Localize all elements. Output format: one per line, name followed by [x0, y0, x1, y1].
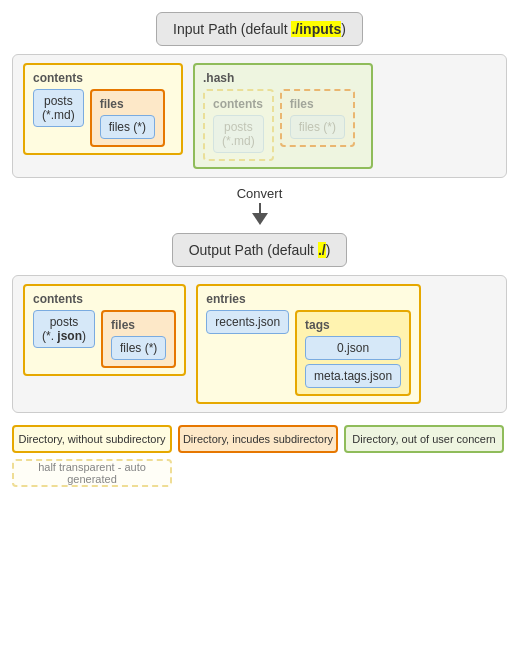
input-posts-label: posts	[42, 94, 75, 108]
input-files-box: files files (*)	[90, 89, 165, 147]
hash-files-label: files	[290, 97, 345, 111]
convert-label: Convert	[237, 186, 283, 201]
output-files-item: files (*)	[111, 336, 166, 360]
output-contents-box: contents posts (*. json) files files (*)	[23, 284, 186, 376]
output-recents-item: recents.json	[206, 310, 289, 334]
input-contents-box: contents posts (*.md) files files (*)	[23, 63, 183, 155]
output-path-suffix: )	[326, 242, 331, 258]
output-tags-items: 0.json meta.tags.json	[305, 336, 401, 388]
output-posts-item: posts (*. json)	[33, 310, 95, 348]
output-meta-label: meta.tags.json	[314, 369, 392, 383]
output-entries-label: entries	[206, 292, 411, 306]
output-path-label: Output Path (default	[189, 242, 318, 258]
output-tags-label: tags	[305, 318, 401, 332]
output-tags-subbox: tags 0.json meta.tags.json	[295, 310, 411, 396]
input-section: contents posts (*.md) files files (*) .h…	[12, 54, 507, 178]
output-recents-label: recents.json	[215, 315, 280, 329]
hash-box: .hash contents posts (*.md) files files …	[193, 63, 373, 169]
output-entries-inner: recents.json tags 0.json meta.tags.json	[206, 310, 411, 396]
input-posts-item: posts (*.md)	[33, 89, 84, 127]
input-path-box: Input Path (default ./inputs)	[156, 12, 363, 46]
input-files-sub: files (*)	[109, 120, 146, 134]
output-json-item: 0.json	[305, 336, 401, 360]
arrow-shaft	[259, 203, 261, 213]
legend-orange-label: Directory, incudes subdirectory	[183, 433, 333, 445]
output-meta-item: meta.tags.json	[305, 364, 401, 388]
convert-section: Convert	[12, 186, 507, 225]
input-contents-label: contents	[33, 71, 173, 85]
input-path-section: Input Path (default ./inputs)	[12, 12, 507, 46]
legend-orange-box: Directory, incudes subdirectory	[178, 425, 338, 453]
output-path-section: Output Path (default ./)	[12, 233, 507, 267]
input-path-value: ./inputs	[291, 21, 341, 37]
output-entries-box: entries recents.json tags 0.json meta.ta…	[196, 284, 421, 404]
hash-inner: contents posts (*.md) files files (*)	[203, 89, 363, 161]
legend-yellow-box: Directory, without subdirectory	[12, 425, 172, 453]
hash-files-item: files (*)	[290, 115, 345, 139]
legend-dashed-label: half transparent - auto generated	[14, 461, 170, 485]
input-files-label: files	[100, 97, 155, 111]
input-path-suffix: )	[341, 21, 346, 37]
hash-contents-box: contents posts (*.md)	[203, 89, 274, 161]
hash-files-box: files files (*)	[280, 89, 355, 147]
hash-files-sub: files (*)	[299, 120, 336, 134]
arrow-down-icon	[252, 213, 268, 225]
output-top-row: contents posts (*. json) files files (*)…	[23, 284, 496, 404]
output-posts-label: posts	[42, 315, 86, 329]
input-top-row: contents posts (*.md) files files (*) .h…	[23, 63, 496, 169]
hash-posts-sub: (*.md)	[222, 134, 255, 148]
output-json-label: 0.json	[337, 341, 369, 355]
output-contents-label: contents	[33, 292, 176, 306]
output-posts-ext: json	[57, 329, 82, 343]
output-contents-inner: posts (*. json) files files (*)	[33, 310, 176, 368]
legend-dashed-box: half transparent - auto generated	[12, 459, 172, 487]
input-path-label: Input Path (default	[173, 21, 291, 37]
input-files-item: files (*)	[100, 115, 155, 139]
legend-green-box: Directory, out of user concern	[344, 425, 504, 453]
legend: Directory, without subdirectory Director…	[12, 425, 507, 487]
hash-posts-label: posts	[222, 120, 255, 134]
hash-contents-label: contents	[213, 97, 264, 111]
hash-label: .hash	[203, 71, 363, 85]
legend-yellow-label: Directory, without subdirectory	[18, 433, 165, 445]
input-posts-sub: (*.md)	[42, 108, 75, 122]
output-files-label: files	[111, 318, 166, 332]
output-section: contents posts (*. json) files files (*)…	[12, 275, 507, 413]
output-files-sub: files (*)	[120, 341, 157, 355]
output-files-box: files files (*)	[101, 310, 176, 368]
output-posts-sub: (*. json)	[42, 329, 86, 343]
input-contents-inner: posts (*.md) files files (*)	[33, 89, 173, 147]
legend-green-label: Directory, out of user concern	[352, 433, 495, 445]
output-path-box: Output Path (default ./)	[172, 233, 348, 267]
output-path-value: ./	[318, 242, 326, 258]
hash-posts-item: posts (*.md)	[213, 115, 264, 153]
